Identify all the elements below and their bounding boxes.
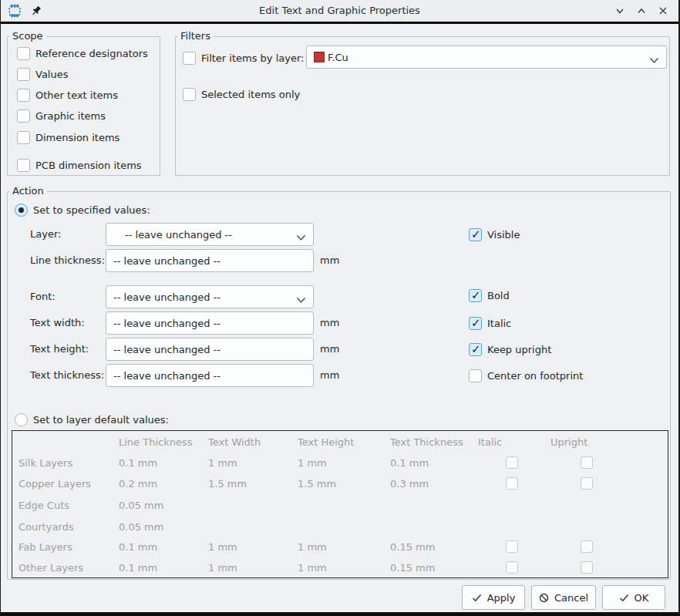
layer-filter-select[interactable]: F.Cu: [306, 45, 667, 69]
text-thickness-input[interactable]: -- leave unchanged --: [106, 364, 314, 387]
col-header-line-thickness: Line Thickness: [119, 432, 192, 453]
text-width-input[interactable]: -- leave unchanged --: [106, 311, 314, 335]
text-width-field-label: Text width:: [30, 311, 85, 335]
checkbox[interactable]: [469, 228, 482, 241]
selected-items-only-checkbox-row[interactable]: Selected items only: [183, 87, 300, 101]
radio-label: Set to specified values:: [33, 204, 150, 216]
scope-graphic-items[interactable]: Graphic items: [17, 109, 106, 123]
table-row-other-layers: Other Layers 0.1 mm 1 mm 1 mm 0.15 mm: [12, 557, 668, 578]
chevron-down-icon: [296, 232, 306, 244]
checkbox-label: Visible: [487, 229, 520, 241]
scope-dimension-items[interactable]: Dimension items: [17, 130, 120, 144]
checkbox-label: Dimension items: [35, 132, 120, 143]
chevron-down-icon: [296, 295, 306, 306]
checkbox-label: Graphic items: [35, 110, 106, 122]
checkbox-label: Filter items by layer:: [201, 52, 304, 64]
checkbox[interactable]: [17, 159, 30, 172]
pin-icon[interactable]: [30, 5, 42, 17]
button-label: OK: [635, 592, 649, 604]
checkbox-label: Values: [35, 69, 68, 80]
font-field-label: Font:: [30, 285, 56, 308]
upright-checkbox[interactable]: [581, 456, 593, 469]
ok-button[interactable]: OK: [602, 585, 665, 610]
checkbox-label: Other text items: [35, 89, 118, 101]
titlebar: Edit Text and Graphic Properties: [1, 0, 678, 24]
text-height-value: -- leave unchanged --: [113, 344, 220, 355]
checkbox-label: Selected items only: [201, 89, 300, 100]
upright-checkbox[interactable]: [581, 477, 593, 490]
col-header-upright: Upright: [550, 432, 587, 453]
roll-down-button[interactable]: [614, 5, 626, 17]
action-group-label: Action: [9, 185, 47, 197]
scope-pcb-dimension-items[interactable]: PCB dimension items: [17, 158, 142, 172]
checkbox[interactable]: [469, 369, 482, 382]
line-thickness-input[interactable]: -- leave unchanged --: [106, 249, 314, 272]
text-width-value: -- leave unchanged --: [113, 318, 220, 329]
layer-select[interactable]: -- leave unchanged --: [106, 223, 314, 246]
checkbox[interactable]: [17, 47, 30, 60]
checkbox[interactable]: [183, 52, 196, 65]
font-select[interactable]: -- leave unchanged --: [106, 285, 314, 308]
set-layer-defaults-radio-row[interactable]: Set to layer default values:: [15, 412, 169, 426]
checkbox[interactable]: [17, 68, 30, 81]
col-header-text-height: Text Height: [298, 432, 354, 453]
italic-checkbox[interactable]: [506, 456, 518, 469]
checkbox[interactable]: [183, 88, 196, 101]
italic-checkbox[interactable]: [506, 540, 518, 553]
bold-checkbox-row[interactable]: Bold: [469, 288, 510, 302]
close-icon: [658, 5, 668, 16]
text-thickness-field-label: Text thickness:: [30, 364, 104, 387]
text-width-unit: mm: [320, 311, 339, 335]
set-specified-values-radio-row[interactable]: Set to specified values:: [15, 203, 150, 217]
line-thickness-field-label: Line thickness:: [30, 249, 105, 272]
button-label: Cancel: [554, 592, 588, 604]
radio-button[interactable]: [15, 204, 28, 217]
close-button[interactable]: [657, 5, 669, 17]
table-row-edge-cuts: Edge Cuts 0.05 mm: [12, 495, 668, 516]
checkbox[interactable]: [469, 317, 482, 330]
italic-checkbox[interactable]: [506, 477, 518, 490]
checkbox-label: Italic: [487, 318, 511, 329]
scope-other-text-items[interactable]: Other text items: [17, 88, 118, 102]
text-thickness-value: -- leave unchanged --: [113, 370, 220, 382]
text-height-field-label: Text height:: [30, 338, 89, 361]
check-icon: [619, 594, 629, 602]
visible-checkbox-row[interactable]: Visible: [469, 227, 520, 241]
roll-up-button[interactable]: [635, 5, 648, 17]
chevron-down-icon: [614, 5, 625, 16]
table-row-copper-layers: Copper Layers 0.2 mm 1.5 mm 1.5 mm 0.3 m…: [12, 473, 668, 494]
cancel-icon: [539, 593, 549, 603]
checkbox[interactable]: [17, 131, 30, 144]
keep-upright-checkbox-row[interactable]: Keep upright: [469, 342, 551, 356]
kicad-footprint-icon: [7, 3, 22, 19]
apply-button[interactable]: Apply: [462, 585, 525, 610]
text-thickness-unit: mm: [320, 364, 339, 387]
italic-checkbox[interactable]: [506, 561, 518, 574]
upright-checkbox[interactable]: [581, 561, 593, 574]
layer-select-value: -- leave unchanged --: [125, 229, 232, 241]
scope-reference-designators[interactable]: Reference designators: [17, 46, 148, 60]
col-header-italic: Italic: [478, 432, 502, 453]
upright-checkbox[interactable]: [581, 540, 593, 553]
scope-values[interactable]: Values: [17, 67, 68, 81]
button-label: Apply: [487, 592, 516, 604]
table-row-fab-layers: Fab Layers 0.1 mm 1 mm 1 mm 0.15 mm: [12, 537, 668, 557]
radio-button[interactable]: [15, 413, 28, 426]
checkbox[interactable]: [17, 109, 30, 123]
checkbox-label: Reference designators: [35, 48, 148, 59]
cancel-button[interactable]: Cancel: [531, 585, 596, 610]
col-header-text-width: Text Width: [208, 432, 261, 453]
table-row-silk-layers: Silk Layers 0.1 mm 1 mm 1 mm 0.1 mm: [12, 453, 668, 473]
checkbox[interactable]: [17, 89, 30, 102]
checkbox[interactable]: [469, 289, 482, 302]
italic-checkbox-row[interactable]: Italic: [469, 316, 511, 330]
text-height-unit: mm: [320, 338, 339, 361]
checkbox-label: PCB dimension items: [35, 160, 142, 171]
text-height-input[interactable]: -- leave unchanged --: [106, 338, 314, 361]
checkbox[interactable]: [469, 343, 482, 356]
col-header-text-thickness: Text Thickness: [390, 432, 463, 453]
radio-label: Set to layer default values:: [33, 414, 169, 426]
line-thickness-value: -- leave unchanged --: [113, 255, 220, 267]
filter-by-layer-checkbox-row[interactable]: Filter items by layer:: [183, 51, 304, 65]
center-on-footprint-checkbox-row[interactable]: Center on footprint: [469, 369, 583, 382]
